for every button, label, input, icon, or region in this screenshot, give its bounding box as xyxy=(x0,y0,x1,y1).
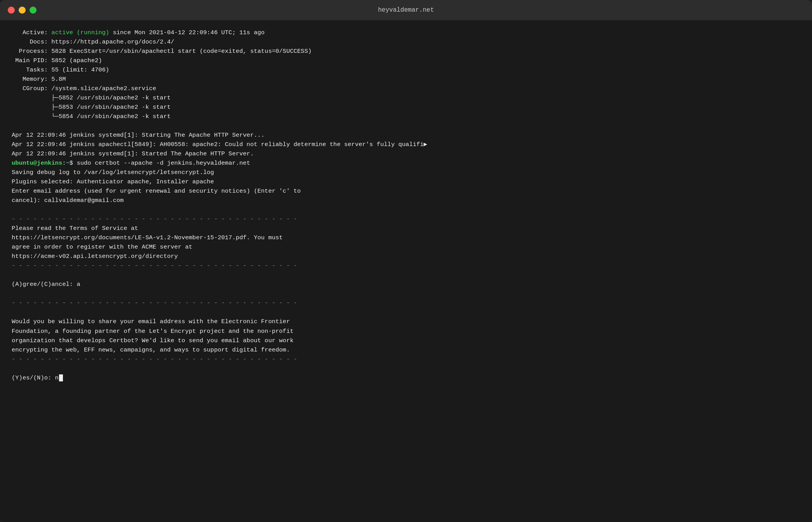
titlebar: heyvaldemar.net xyxy=(0,0,812,20)
separator2: - - - - - - - - - - - - - - - - - - - - … xyxy=(12,261,800,270)
line-cgroup2: ├─5853 /usr/sbin/apache2 -k start xyxy=(12,103,800,112)
line-blank6 xyxy=(12,364,800,373)
line-eff1: Would you be willing to share your email… xyxy=(12,317,800,326)
line-eff3: organization that develops Certbot? We'd… xyxy=(12,336,800,345)
line-mainpid: Main PID: 5852 (apache2) xyxy=(12,56,800,65)
window-title: heyvaldemar.net xyxy=(378,7,434,14)
line-log1: Apr 12 22:09:46 jenkins systemd[1]: Star… xyxy=(12,130,800,140)
minimize-button[interactable] xyxy=(19,7,26,14)
line-tos4: https://acme-v02.api.letsencrypt.org/dir… xyxy=(12,252,800,261)
line-blank5 xyxy=(12,308,800,317)
line-docs: Docs: https://httpd.apache.org/docs/2.4/ xyxy=(12,37,800,47)
line-blank4 xyxy=(12,289,800,298)
line-tos3: agree in order to register with the ACME… xyxy=(12,242,800,252)
line-tasks: Tasks: 55 (limit: 4706) xyxy=(12,65,800,75)
close-button[interactable] xyxy=(8,7,15,14)
separator1: - - - - - - - - - - - - - - - - - - - - … xyxy=(12,214,800,224)
line-blank3 xyxy=(12,270,800,280)
line-active: Active: active (running) since Mon 2021-… xyxy=(12,28,800,37)
line-saving: Saving debug log to /var/log/letsencrypt… xyxy=(12,168,800,177)
cursor xyxy=(59,374,63,381)
line-yesno: (Y)es/(N)o: n xyxy=(12,373,800,383)
terminal-window: heyvaldemar.net Active: active (running)… xyxy=(0,0,812,522)
separator4: - - - - - - - - - - - - - - - - - - - - … xyxy=(12,355,800,364)
line-tos2: https://letsencrypt.org/documents/LE-SA-… xyxy=(12,233,800,242)
line-plugins: Plugins selected: Authenticator apache, … xyxy=(12,177,800,186)
line-memory: Memory: 5.8M xyxy=(12,75,800,84)
line-agree: (A)gree/(C)ancel: a xyxy=(12,280,800,289)
line-blank2 xyxy=(12,205,800,214)
terminal-body[interactable]: Active: active (running) since Mon 2021-… xyxy=(0,20,812,522)
maximize-button[interactable] xyxy=(30,7,37,14)
line-log3: Apr 12 22:09:46 jenkins systemd[1]: Star… xyxy=(12,149,800,158)
line-eff2: Foundation, a founding partner of the Le… xyxy=(12,327,800,336)
traffic-lights xyxy=(8,7,37,14)
line-log2: Apr 12 22:09:46 jenkins apachectl[5849]:… xyxy=(12,140,800,149)
line-cgroup: CGroup: /system.slice/apache2.service xyxy=(12,84,800,93)
line-eff4: encrypting the web, EFF news, campaigns,… xyxy=(12,345,800,355)
line-blank1 xyxy=(12,121,800,130)
separator3: - - - - - - - - - - - - - - - - - - - - … xyxy=(12,298,800,308)
line-email2: cancel): callvaldemar@gmail.com xyxy=(12,196,800,205)
line-email1: Enter email address (used for urgent ren… xyxy=(12,186,800,196)
line-process: Process: 5828 ExecStart=/usr/sbin/apache… xyxy=(12,47,800,56)
line-cgroup3: └─5854 /usr/sbin/apache2 -k start xyxy=(12,112,800,121)
line-prompt: ubuntu@jenkins:~$ sudo certbot --apache … xyxy=(12,158,800,168)
line-tos1: Please read the Terms of Service at xyxy=(12,224,800,233)
line-cgroup1: ├─5852 /usr/sbin/apache2 -k start xyxy=(12,93,800,103)
